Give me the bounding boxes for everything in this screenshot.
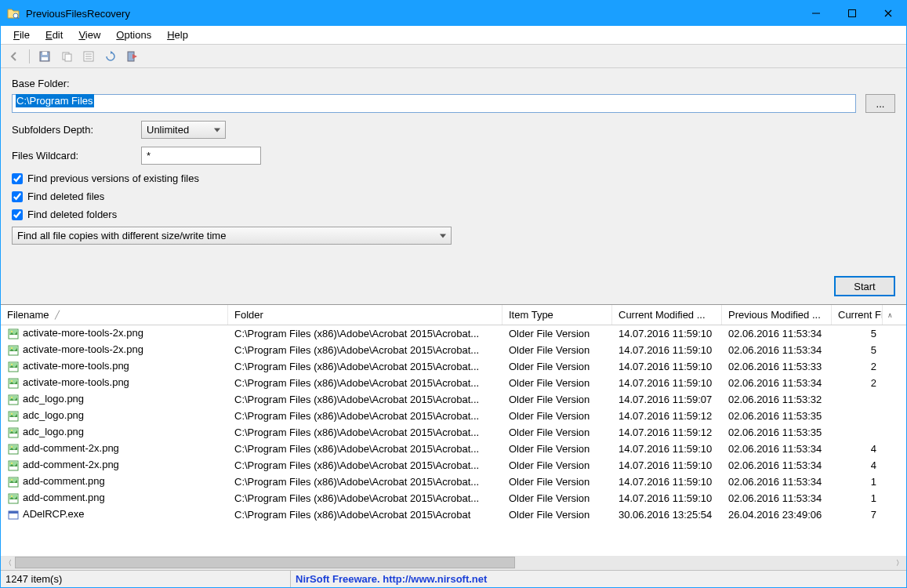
svg-point-45 xyxy=(11,479,13,481)
table-row[interactable]: activate-more-tools.pngC:\Program Files … xyxy=(1,375,906,391)
exit-icon[interactable] xyxy=(124,48,141,65)
file-icon xyxy=(7,344,20,357)
status-credits: NirSoft Freeware. http://www.nirsoft.net xyxy=(291,573,492,585)
app-icon xyxy=(7,7,20,20)
sort-indicator-icon: ╱ xyxy=(55,310,60,319)
column-current-file[interactable]: Current Fil xyxy=(832,305,883,325)
find-deleted-folders-label: Find deleted folders xyxy=(27,209,117,220)
table-row[interactable]: add-comment.pngC:\Program Files (x86)\Ad… xyxy=(1,474,906,490)
menu-help[interactable]: Help xyxy=(159,27,196,42)
copy-icon[interactable] xyxy=(58,48,75,65)
results-table: Filename╱ Folder Item Type Current Modif… xyxy=(1,304,906,570)
svg-rect-8 xyxy=(42,57,48,60)
svg-rect-10 xyxy=(65,54,71,61)
scroll-left-icon[interactable]: 〈 xyxy=(1,556,15,570)
table-row[interactable]: activate-more-tools.pngC:\Program Files … xyxy=(1,358,906,375)
toolbar xyxy=(1,45,906,68)
status-item-count: 1247 item(s) xyxy=(1,571,291,587)
save-icon[interactable] xyxy=(36,48,53,65)
column-folder[interactable]: Folder xyxy=(228,305,502,325)
window-title: PreviousFilesRecovery xyxy=(26,8,798,20)
table-row[interactable]: adc_logo.pngC:\Program Files (x86)\Adobe… xyxy=(1,391,906,408)
find-previous-versions-checkbox[interactable] xyxy=(12,173,23,184)
svg-rect-3 xyxy=(849,10,856,17)
start-button[interactable]: Start xyxy=(834,276,895,296)
scroll-right-icon[interactable]: 〉 xyxy=(892,556,906,570)
find-deleted-files-label: Find deleted files xyxy=(27,191,104,202)
maximize-button[interactable] xyxy=(834,1,870,26)
file-icon xyxy=(7,328,20,340)
toolbar-separator xyxy=(29,49,30,64)
menu-view[interactable]: View xyxy=(71,27,108,42)
browse-button[interactable]: ... xyxy=(865,94,895,113)
svg-point-48 xyxy=(11,495,13,497)
table-row[interactable]: activate-more-tools-2x.pngC:\Program Fil… xyxy=(1,342,906,358)
table-row[interactable]: adc_logo.pngC:\Program Files (x86)\Adobe… xyxy=(1,424,906,441)
filter-mode-dropdown[interactable]: Find all file copies with different size… xyxy=(12,227,452,245)
file-icon xyxy=(7,361,20,373)
svg-rect-50 xyxy=(9,511,18,514)
base-folder-label: Base Folder: xyxy=(12,78,141,89)
table-row[interactable]: add-comment-2x.pngC:\Program Files (x86)… xyxy=(1,441,906,457)
file-icon xyxy=(7,377,20,390)
files-wildcard-input[interactable] xyxy=(141,147,261,165)
file-icon xyxy=(7,476,20,488)
svg-point-24 xyxy=(11,364,13,365)
minimize-button[interactable] xyxy=(798,1,834,26)
scroll-up-icon[interactable]: ∧ xyxy=(883,311,897,319)
menu-options[interactable]: Options xyxy=(108,27,159,42)
base-folder-input[interactable]: C:\Program Files xyxy=(12,94,856,113)
column-filename[interactable]: Filename╱ xyxy=(1,305,228,325)
column-item-type[interactable]: Item Type xyxy=(502,305,612,325)
refresh-icon[interactable] xyxy=(102,48,119,65)
svg-point-27 xyxy=(11,380,13,382)
scrollbar-track[interactable] xyxy=(15,556,892,570)
svg-rect-7 xyxy=(42,52,47,55)
find-previous-versions-label: Find previous versions of existing files xyxy=(27,172,199,184)
close-button[interactable] xyxy=(870,1,906,26)
column-previous-modified[interactable]: Previous Modified ... xyxy=(722,305,832,325)
menu-edit[interactable]: Edit xyxy=(38,27,71,42)
menubar: File Edit View Options Help xyxy=(1,26,906,45)
properties-icon[interactable] xyxy=(80,48,97,65)
statusbar: 1247 item(s) NirSoft Freeware. http://ww… xyxy=(1,570,906,587)
file-icon xyxy=(7,459,20,472)
scrollbar-thumb[interactable] xyxy=(15,557,515,568)
table-row[interactable]: ADelRCP.exeC:\Program Files (x86)\Adobe\… xyxy=(1,506,906,523)
horizontal-scrollbar[interactable]: 〈 〉 xyxy=(1,556,906,570)
file-icon xyxy=(7,443,20,456)
svg-point-42 xyxy=(11,463,13,464)
svg-point-21 xyxy=(11,347,13,349)
titlebar: PreviousFilesRecovery xyxy=(1,1,906,26)
file-icon xyxy=(7,492,20,505)
file-icon xyxy=(7,509,20,521)
svg-point-39 xyxy=(11,446,13,448)
tool-back-icon[interactable] xyxy=(5,48,23,65)
find-deleted-files-checkbox[interactable] xyxy=(12,191,23,202)
files-wildcard-label: Files Wildcard: xyxy=(12,150,141,162)
rows-container: activate-more-tools-2x.pngC:\Program Fil… xyxy=(1,325,906,556)
subfolders-depth-dropdown[interactable]: Unlimited xyxy=(141,121,226,139)
svg-point-36 xyxy=(11,430,13,431)
file-icon xyxy=(7,426,20,439)
column-current-modified[interactable]: Current Modified ... xyxy=(612,305,722,325)
column-headers: Filename╱ Folder Item Type Current Modif… xyxy=(1,305,906,325)
svg-point-18 xyxy=(11,331,13,332)
subfolders-depth-label: Subfolders Depth: xyxy=(12,124,141,136)
table-row[interactable]: add-comment.pngC:\Program Files (x86)\Ad… xyxy=(1,490,906,506)
svg-point-33 xyxy=(11,413,13,415)
svg-point-30 xyxy=(11,397,13,398)
file-icon xyxy=(7,410,20,423)
file-icon xyxy=(7,394,20,406)
menu-file[interactable]: File xyxy=(5,27,38,42)
table-row[interactable]: add-comment-2x.pngC:\Program Files (x86)… xyxy=(1,457,906,474)
find-deleted-folders-checkbox[interactable] xyxy=(12,209,23,220)
table-row[interactable]: activate-more-tools-2x.pngC:\Program Fil… xyxy=(1,325,906,342)
options-panel: Base Folder: C:\Program Files ... Subfol… xyxy=(1,68,906,304)
table-row[interactable]: adc_logo.pngC:\Program Files (x86)\Adobe… xyxy=(1,408,906,424)
